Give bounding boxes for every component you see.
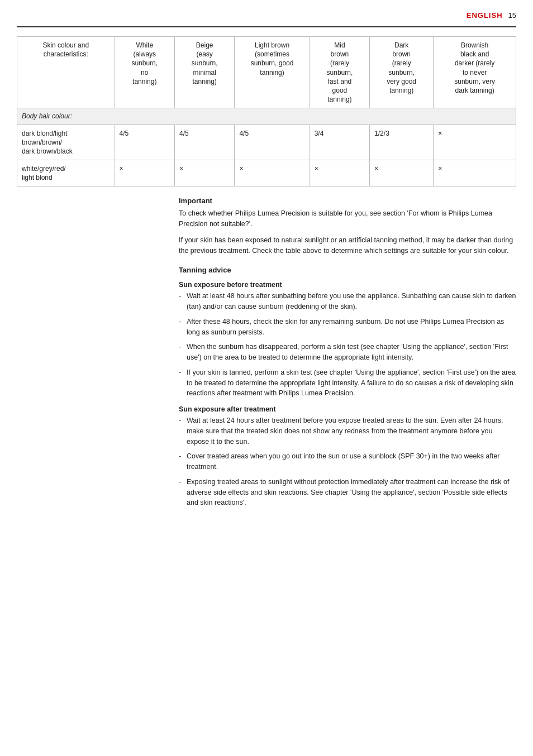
sun-before-list: - Wait at least 48 hours after sunbathin… xyxy=(179,291,516,399)
dash-icon: - xyxy=(179,291,187,302)
list-item: - Cover treated areas when you go out in… xyxy=(179,451,516,472)
bullet-text: Exposing treated areas to sunlight witho… xyxy=(187,477,516,508)
left-column xyxy=(17,197,168,513)
dash-icon: - xyxy=(179,415,187,426)
language-label: ENGLISH xyxy=(467,11,503,20)
bullet-text: When the sunburn has disappeared, perfor… xyxy=(187,342,516,363)
cell-darkblond-beige: 4/5 xyxy=(174,125,234,160)
cell-darkblond-brownblack: × xyxy=(434,125,516,160)
dash-icon: - xyxy=(179,451,187,462)
page-header: ENGLISH 15 xyxy=(17,11,516,27)
row-label-dark-blond: dark blond/lightbrown/brown/dark brown/b… xyxy=(17,125,115,160)
bullet-text: Wait at least 48 hours after sunbathing … xyxy=(187,291,516,312)
col-header-white: White(alwayssunburn,notanning) xyxy=(115,37,174,108)
cell-darkblond-lightbrown: 4/5 xyxy=(235,125,310,160)
sun-after-list: - Wait at least 24 hours after treatment… xyxy=(179,415,516,508)
page: ENGLISH 15 Skin colour andcharacteristic… xyxy=(0,0,533,756)
col-header-midbrown: Midbrown(rarelysunburn,fast andgoodtanni… xyxy=(310,37,369,108)
important-paragraph1: To check whether Philips Lumea Precision… xyxy=(179,208,516,229)
cell-darkblond-darkbrown: 1/2/3 xyxy=(370,125,434,160)
list-item: - Exposing treated areas to sunlight wit… xyxy=(179,477,516,508)
cell-whitegrey-white: × xyxy=(115,160,174,186)
bullet-text: Wait at least 24 hours after treatment b… xyxy=(187,415,516,447)
dash-icon: - xyxy=(179,342,187,352)
page-number: 15 xyxy=(508,11,516,20)
table-row: dark blond/lightbrown/brown/dark brown/b… xyxy=(17,125,516,160)
list-item: - When the sunburn has disappeared, perf… xyxy=(179,342,516,363)
cell-darkblond-midbrown: 3/4 xyxy=(310,125,369,160)
list-item: - Wait at least 24 hours after treatment… xyxy=(179,415,516,447)
table-section-header-row: Body hair colour: xyxy=(17,108,516,125)
important-title: Important xyxy=(179,197,516,205)
bullet-text: If your skin is tanned, perform a skin t… xyxy=(187,367,516,399)
body-hair-section-label: Body hair colour: xyxy=(17,108,516,125)
row-label-white-grey: white/grey/red/light blond xyxy=(17,160,115,186)
col-header-beige: Beige(easysunburn,minimaltanning) xyxy=(174,37,234,108)
dash-icon: - xyxy=(179,367,187,378)
cell-whitegrey-brownblack: × xyxy=(434,160,516,186)
cell-whitegrey-lightbrown: × xyxy=(235,160,310,186)
dash-icon: - xyxy=(179,317,187,327)
content-area: Important To check whether Philips Lumea… xyxy=(17,197,516,513)
tanning-advice-title: Tanning advice xyxy=(179,266,516,274)
cell-darkblond-white: 4/5 xyxy=(115,125,174,160)
cell-whitegrey-midbrown: × xyxy=(310,160,369,186)
list-item: - After these 48 hours, check the skin f… xyxy=(179,317,516,338)
list-item: - If your skin is tanned, perform a skin… xyxy=(179,367,516,399)
col-header-brownblack: Brownishblack anddarker (rarelyto nevers… xyxy=(434,37,516,108)
col-header-skin: Skin colour andcharacteristics: xyxy=(17,37,115,108)
bullet-text: After these 48 hours, check the skin for… xyxy=(187,317,516,338)
right-column: Important To check whether Philips Lumea… xyxy=(168,197,516,513)
sun-after-subtitle: Sun exposure after treatment xyxy=(179,405,516,413)
cell-whitegrey-beige: × xyxy=(174,160,234,186)
skin-colour-table: Skin colour andcharacteristics: White(al… xyxy=(17,36,516,186)
col-header-darkbrown: Darkbrown(rarelysunburn,very goodtanning… xyxy=(370,37,434,108)
sun-before-subtitle: Sun exposure before treatment xyxy=(179,281,516,289)
table-row: white/grey/red/light blond × × × × × × xyxy=(17,160,516,186)
list-item: - Wait at least 48 hours after sunbathin… xyxy=(179,291,516,312)
bullet-text: Cover treated areas when you go out into… xyxy=(187,451,516,472)
important-paragraph2: If your skin has been exposed to natural… xyxy=(179,235,516,256)
table-header-row: Skin colour andcharacteristics: White(al… xyxy=(17,37,516,108)
cell-whitegrey-darkbrown: × xyxy=(370,160,434,186)
dash-icon: - xyxy=(179,477,187,487)
col-header-lightbrown: Light brown(sometimessunburn, goodtannin… xyxy=(235,37,310,108)
